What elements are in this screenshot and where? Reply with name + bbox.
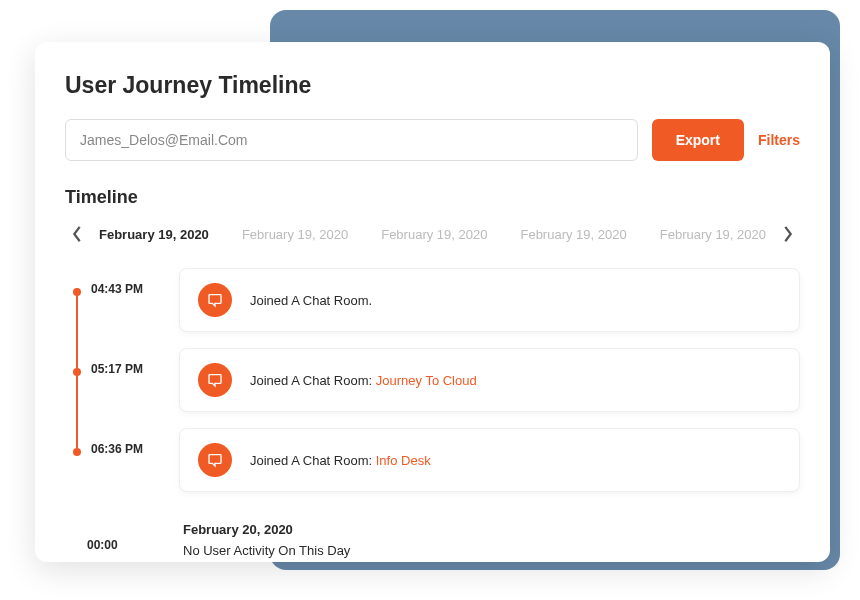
event-text: Joined A Chat Room: Info Desk [250,453,431,468]
time-stop: 05:17 PM [73,348,149,428]
event-link[interactable]: Info Desk [376,453,431,468]
time-label: 06:36 PM [91,442,143,456]
event-text: Joined A Chat Room. [250,293,372,308]
time-dot-icon [73,288,81,296]
time-column: 04:43 PM 05:17 PM 06:36 PM 00:00 [73,268,149,588]
event-prefix: Joined A Chat Room: [250,453,376,468]
event-card[interactable]: Joined A Chat Room: Journey To Cloud [179,348,800,412]
date-item[interactable]: February 19, 2020 [381,227,487,242]
search-input[interactable] [65,119,638,161]
page-title: User Journey Timeline [65,72,800,99]
export-button[interactable]: Export [652,119,744,161]
event-prefix: Joined A Chat Room: [250,373,376,388]
chat-icon [198,443,232,477]
date-scroller: February 19, 2020 February 19, 2020 Febr… [65,222,800,246]
timeline-body: 04:43 PM 05:17 PM 06:36 PM 00:00 Joined … [65,268,800,588]
time-stop: 04:43 PM [73,268,149,348]
empty-day-date: February 20, 2020 [183,522,796,537]
empty-day-block: February 20, 2020 No User Activity On Th… [179,508,800,558]
controls-row: Export Filters [65,119,800,161]
time-dot-icon [73,448,81,456]
timeline-section-title: Timeline [65,187,800,208]
event-link[interactable]: Journey To Cloud [376,373,477,388]
chat-icon [198,283,232,317]
chevron-right-icon[interactable] [776,222,800,246]
dates-list: February 19, 2020 February 19, 2020 Febr… [93,227,772,242]
chat-icon [198,363,232,397]
empty-day-message: No User Activity On This Day [183,543,796,558]
events-column: Joined A Chat Room. Joined A Chat Room: … [179,268,800,588]
time-dot-icon [73,368,81,376]
time-label: 05:17 PM [91,362,143,376]
event-card[interactable]: Joined A Chat Room: Info Desk [179,428,800,492]
date-item[interactable]: February 19, 2020 [99,227,209,242]
event-prefix: Joined A Chat Room. [250,293,372,308]
main-card: User Journey Timeline Export Filters Tim… [35,42,830,562]
date-item[interactable]: February 19, 2020 [520,227,626,242]
time-label: 00:00 [87,538,118,552]
time-stop: 06:36 PM [73,428,149,508]
event-text: Joined A Chat Room: Journey To Cloud [250,373,477,388]
date-item[interactable]: February 19, 2020 [242,227,348,242]
event-card[interactable]: Joined A Chat Room. [179,268,800,332]
time-label: 04:43 PM [91,282,143,296]
date-item[interactable]: February 19, 2020 [660,227,766,242]
filters-link[interactable]: Filters [758,132,800,148]
chevron-left-icon[interactable] [65,222,89,246]
time-stop: 00:00 [73,508,149,588]
